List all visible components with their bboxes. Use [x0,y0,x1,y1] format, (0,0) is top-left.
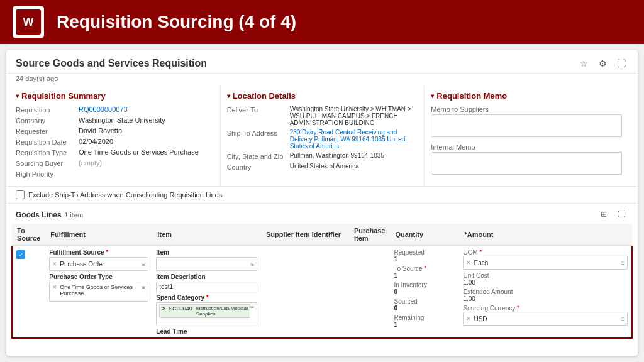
currency-value: USD [474,315,621,322]
expand-button[interactable]: ⛶ [614,57,628,70]
spend-category-code: SC00040 [169,305,192,312]
internal-memo-field: Internal Memo [431,143,622,177]
wsu-logo-inner: W [16,9,41,35]
to-source-cell: ✓ [12,246,45,338]
col-item: Item [152,224,261,246]
fulfillment-cell: Fulfillment Source ✕ Purchase Order ≡ Pu… [45,246,152,338]
requisition-memo-section: ▾ Requisition Memo Memo to Suppliers Int… [424,86,628,186]
purchase-order-type-value: One Time Goods or Services Purchase [60,284,142,297]
field-requisition-type: Requisition Type One Time Goods or Servi… [16,148,214,156]
grid-view-button[interactable]: ⊞ [597,207,611,221]
col-supplier-item: Supplier Item Identifier [261,224,349,246]
requisition-memo-label: Requisition Memo [436,91,507,101]
star-button[interactable]: ☆ [577,57,591,70]
location-details-section: ▾ Location Details Deliver-To Washington… [220,86,425,186]
exclude-checkbox[interactable] [16,190,25,199]
memo-to-suppliers-field: Memo to Suppliers [431,106,622,140]
field-ship-to-address: Ship-To Address 230 Dairy Road Central R… [227,129,418,150]
fulfillment-source-label: Fulfillment Source [49,249,148,256]
chevron-icon: ▾ [431,92,434,99]
page-header: W Requisition Sourcing (4 of 4) [0,0,644,44]
expand-table-button[interactable]: ⛶ [614,207,628,221]
settings-button[interactable]: ⚙ [596,57,609,70]
col-amount: *Amount [459,224,632,246]
fulfillment-source-select[interactable]: ✕ Purchase Order ≡ [49,257,148,271]
item-select[interactable]: ≡ [156,257,257,271]
memo-to-suppliers-label: Memo to Suppliers [431,106,622,113]
to-source-checkbox[interactable]: ✓ [16,250,25,259]
item-cell: Item ≡ Item Description Spend Category ✕ [152,246,261,338]
chevron-icon: ▾ [227,92,230,99]
goods-lines-title: Goods Lines [16,211,62,219]
location-details-header: ▾ Location Details [227,91,418,101]
field-requester: Requester David Rovetto [16,127,214,135]
fulfillment-source-menu-icon: ≡ [142,261,145,268]
quantity-cell: Requested 1 To Source 1 In Inventory 0 [390,246,459,338]
field-city-state-zip: City, State and Zip Pullman, Washington … [227,152,418,160]
qty-sourced: Sourced 0 [394,298,455,312]
form-card-title: Source Goods and Services Requisition [16,58,207,69]
requisition-memo-header: ▾ Requisition Memo [431,91,622,101]
currency-select[interactable]: ✕ USD ≡ [463,312,628,326]
field-sourcing-buyer: Sourcing Buyer (empty) [16,159,214,167]
requisition-summary-label: Requisition Summary [21,91,106,101]
spend-category-select[interactable]: ✕ SC00040 Instruction/Lab/Medical Suppli… [156,302,257,326]
currency-menu-icon: ≡ [621,315,625,322]
qty-remaining: Remaining 1 [394,314,455,328]
purchase-order-type-clear[interactable]: ✕ [52,284,57,290]
qty-to-source: To Source 1 [394,265,455,279]
purchase-order-type-select[interactable]: ✕ One Time Goods or Services Purchase ≡ [49,282,148,302]
exclude-checkbox-label: Exclude Ship-To Address when Consolidati… [28,191,222,199]
goods-lines-count: 1 item [64,211,83,219]
internal-memo-input[interactable] [431,152,622,175]
goods-lines-actions: ⊞ ⛶ [597,207,628,221]
lead-time-label: Lead Time [156,328,257,335]
spend-category-name: Instruction/Lab/Medical Supplies [196,305,248,317]
requisition-summary-header: ▾ Requisition Summary [16,91,214,101]
qty-requested: Requested 1 [394,249,455,263]
chevron-icon: ▾ [16,92,19,99]
amount-uom: UOM ✕ Each ≡ [463,249,628,270]
location-details-label: Location Details [233,91,296,101]
uom-value: Each [474,260,621,266]
uom-select[interactable]: ✕ Each ≡ [463,256,628,270]
item-label: Item [156,249,257,256]
uom-clear[interactable]: ✕ [466,260,471,266]
fulfillment-source-clear[interactable]: ✕ [52,261,57,267]
main-content: Source Goods and Services Requisition ☆ … [0,44,644,362]
currency-clear[interactable]: ✕ [466,315,471,322]
field-company: Company Washington State University [16,116,214,124]
field-requisition: Requisition RQ0000000073 [16,106,214,114]
goods-lines-table: ToSource Fulfillment Item Supplier Item … [11,224,633,339]
field-high-priority: High Priority [16,170,214,178]
internal-memo-label: Internal Memo [431,143,622,151]
amount-unit-cost: Unit Cost 1.00 [463,272,628,286]
item-description-label: Item Description [156,273,257,280]
purchase-order-type-label: Purchase Order Type [49,273,148,280]
spend-category-menu-icon: ≡ [250,304,254,311]
requisition-summary-section: ▾ Requisition Summary Requisition RQ0000… [16,86,220,186]
field-country: Country United States of America [227,163,418,171]
col-fulfillment: Fulfillment [45,224,152,246]
goods-lines-title-row: Goods Lines 1 item [16,209,83,220]
field-deliver-to: Deliver-To Washington State University >… [227,106,418,126]
qty-in-inventory: In Inventory 0 [394,282,455,295]
goods-lines-table-wrapper: ToSource Fulfillment Item Supplier Item … [11,224,633,339]
col-to-source: ToSource [12,224,45,246]
spend-category-clear[interactable]: ✕ [162,305,167,312]
col-purchase-item: PurchaseItem [349,224,391,246]
field-requisition-date: Requisition Date 02/04/2020 [16,138,214,146]
spend-category-label: Spend Category [156,294,257,301]
amount-currency: Sourcing Currency ✕ USD ≡ [463,305,628,326]
exclude-checkbox-row: Exclude Ship-To Address when Consolidati… [6,187,638,204]
table-row: ✓ Fulfillment Source ✕ Purchase Order ≡ … [12,246,632,338]
spend-category-tag: ✕ SC00040 Instruction/Lab/Medical Suppli… [159,304,250,318]
fulfillment-source-value: Purchase Order [60,261,142,268]
memo-to-suppliers-input[interactable] [431,114,622,137]
supplier-item-cell [261,246,349,338]
timestamp: 24 day(s) ago [6,74,638,86]
item-description-input[interactable] [156,282,257,292]
amount-extended: Extended Amount 1.00 [463,288,628,302]
uom-menu-icon: ≡ [621,260,625,266]
amount-cell: UOM ✕ Each ≡ Unit Cost 1.00 [459,246,632,338]
